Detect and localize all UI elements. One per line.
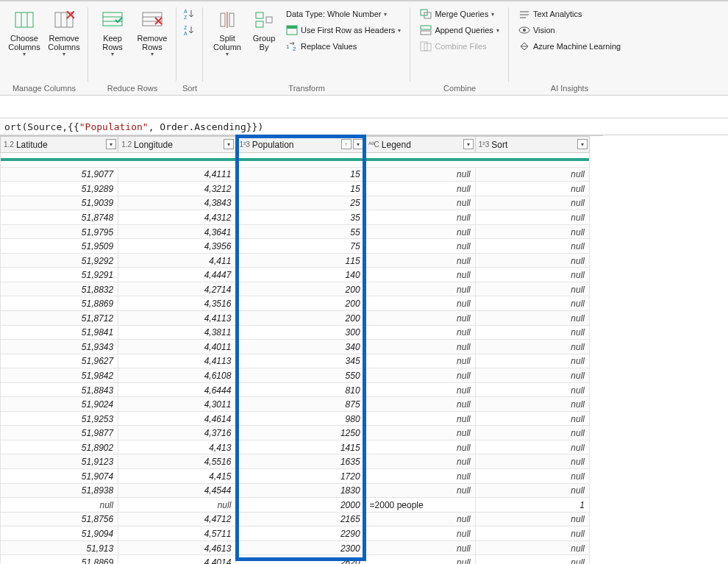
cell[interactable]: null xyxy=(365,296,475,311)
cell[interactable]: null xyxy=(365,325,475,340)
cell[interactable]: 51,9039 xyxy=(1,196,118,210)
cell[interactable]: 4,3011 xyxy=(118,397,236,412)
cell[interactable]: null xyxy=(475,440,589,454)
cell[interactable]: 55 xyxy=(236,224,365,239)
cell[interactable]: 51,9123 xyxy=(1,454,118,469)
column-header-legend[interactable]: ᴬᴮCLegend▾ xyxy=(365,137,475,153)
cell[interactable]: 1830 xyxy=(236,483,365,498)
cell[interactable]: 4,415 xyxy=(118,469,236,484)
table-row[interactable]: 51,92924,411115nullnull xyxy=(1,253,590,268)
cell[interactable]: 1720 xyxy=(236,469,365,484)
cell[interactable]: null xyxy=(475,526,589,541)
cell[interactable]: 51,9343 xyxy=(1,340,118,354)
cell[interactable]: null xyxy=(475,555,589,564)
cell[interactable]: 4,3212 xyxy=(118,182,236,196)
cell[interactable]: 51,9291 xyxy=(1,268,118,282)
cell[interactable]: null xyxy=(475,253,589,268)
cell[interactable]: 51,8748 xyxy=(1,210,118,225)
cell[interactable]: 810 xyxy=(236,382,365,397)
cell[interactable]: 4,3811 xyxy=(118,325,236,340)
table-row[interactable]: 51,9134,46132300nullnull xyxy=(1,540,590,555)
cell[interactable]: 4,5516 xyxy=(118,454,236,469)
cell[interactable]: 51,9877 xyxy=(1,426,118,440)
cell[interactable]: null xyxy=(365,253,475,268)
cell[interactable]: null xyxy=(475,182,589,196)
column-header-population[interactable]: 1²3Population↑▾ xyxy=(236,137,365,153)
cell[interactable]: 15 xyxy=(236,182,365,196)
cell[interactable]: 51,9292 xyxy=(1,253,118,268)
cell[interactable]: 51,913 xyxy=(1,540,118,555)
cell[interactable]: 51,8869 xyxy=(1,555,118,564)
azure-ml-button[interactable]: Azure Machine Learning xyxy=(515,38,624,54)
cell[interactable]: 4,6108 xyxy=(118,368,236,383)
cell[interactable]: null xyxy=(365,167,475,182)
keep-rows-button[interactable]: Keep Rows ▾ xyxy=(93,6,132,76)
cell[interactable]: 51,9795 xyxy=(1,224,118,239)
cell[interactable]: 4,3956 xyxy=(118,239,236,254)
replace-values-button[interactable]: 12 Replace Values xyxy=(282,38,404,54)
cell[interactable]: 25 xyxy=(236,196,365,210)
cell[interactable]: 51,9077 xyxy=(1,167,118,182)
cell[interactable]: null xyxy=(475,311,589,326)
cell[interactable]: null xyxy=(475,483,589,498)
cell[interactable]: null xyxy=(475,540,589,555)
table-row[interactable]: nullnull2000=2000 people1 xyxy=(1,498,590,513)
cell[interactable]: 2290 xyxy=(236,526,365,541)
column-header-longitude[interactable]: 1.2Longitude▾ xyxy=(118,137,236,153)
table-row[interactable]: 51,87484,431235nullnull xyxy=(1,210,590,225)
append-queries-button[interactable]: Append Queries ▾ xyxy=(416,22,503,38)
table-row[interactable]: 51,92914,4447140nullnull xyxy=(1,268,590,282)
cell[interactable]: 51,8869 xyxy=(1,296,118,311)
cell[interactable]: =2000 people xyxy=(365,498,475,513)
cell[interactable]: null xyxy=(365,311,475,326)
split-column-button[interactable]: Split Column ▾ xyxy=(207,6,247,76)
formula-bar[interactable]: ort(Source,{{"Population", Order.Ascendi… xyxy=(0,118,728,135)
filter-dropdown-icon[interactable]: ▾ xyxy=(577,139,588,149)
cell[interactable]: null xyxy=(365,469,475,484)
table-row[interactable]: 51,90744,4151720nullnull xyxy=(1,469,590,484)
cell[interactable]: 4,411 xyxy=(118,253,236,268)
cell[interactable]: 550 xyxy=(236,368,365,383)
cell[interactable]: 51,8843 xyxy=(1,382,118,397)
cell[interactable]: null xyxy=(365,224,475,239)
table-row[interactable]: 51,95094,395675nullnull xyxy=(1,239,590,254)
cell[interactable]: 4,4544 xyxy=(118,483,236,498)
data-type-button[interactable]: Data Type: Whole Number ▾ xyxy=(282,6,404,22)
cell[interactable]: 4,2714 xyxy=(118,282,236,296)
cell[interactable]: 75 xyxy=(236,239,365,254)
cell[interactable]: 1415 xyxy=(236,440,365,454)
cell[interactable]: null xyxy=(475,268,589,282)
filter-dropdown-icon[interactable]: ▾ xyxy=(106,139,116,149)
sort-indicator-icon[interactable]: ↑ xyxy=(341,139,351,149)
text-analytics-button[interactable]: Text Analytics xyxy=(515,6,624,22)
filter-dropdown-icon[interactable]: ▾ xyxy=(353,139,363,149)
table-row[interactable]: 51,89384,45441830nullnull xyxy=(1,483,590,498)
table-row[interactable]: 51,91234,55161635nullnull xyxy=(1,454,590,469)
cell[interactable]: null xyxy=(365,411,475,426)
cell[interactable]: 4,3516 xyxy=(118,296,236,311)
cell[interactable]: null xyxy=(365,340,475,354)
choose-columns-button[interactable]: Choose Columns ▾ xyxy=(4,6,44,76)
cell[interactable]: 4,4712 xyxy=(118,512,236,526)
cell[interactable]: null xyxy=(365,368,475,383)
cell[interactable]: 300 xyxy=(236,325,365,340)
cell[interactable]: null xyxy=(475,397,589,412)
cell[interactable]: null xyxy=(475,282,589,296)
cell[interactable]: 4,4011 xyxy=(118,340,236,354)
table-row[interactable]: 51,92534,4614980nullnull xyxy=(1,411,590,426)
cell[interactable]: 2620 xyxy=(236,555,365,564)
cell[interactable]: 15 xyxy=(236,167,365,182)
cell[interactable]: null xyxy=(475,340,589,354)
remove-columns-button[interactable]: Remove Columns ▾ xyxy=(44,6,84,76)
cell[interactable]: null xyxy=(365,282,475,296)
merge-queries-button[interactable]: Merge Queries ▾ xyxy=(416,6,503,22)
cell[interactable]: 875 xyxy=(236,397,365,412)
cell[interactable]: null xyxy=(475,469,589,484)
cell[interactable]: null xyxy=(365,354,475,368)
cell[interactable]: null xyxy=(365,540,475,555)
cell[interactable]: 1635 xyxy=(236,454,365,469)
cell[interactable]: null xyxy=(1,498,118,513)
cell[interactable]: 200 xyxy=(236,296,365,311)
table-row[interactable]: 51,88694,3516200nullnull xyxy=(1,296,590,311)
filter-dropdown-icon[interactable]: ▾ xyxy=(224,139,234,149)
